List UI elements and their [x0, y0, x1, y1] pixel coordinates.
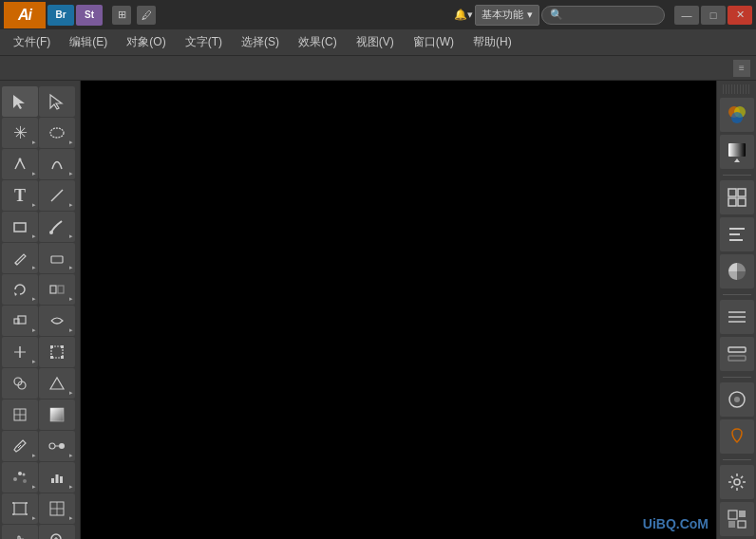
svg-point-3	[19, 158, 22, 161]
gradient-tool-button[interactable]	[39, 400, 75, 430]
canvas-area[interactable]: UiBQ.CoM	[81, 81, 716, 539]
menu-window[interactable]: 窗口(W)	[404, 30, 463, 54]
svg-rect-18	[61, 345, 64, 348]
cc-libraries-icon[interactable]	[720, 419, 754, 454]
artboard-slice-row: ▸ ▸	[2, 493, 78, 524]
blend-tool-button[interactable]: ▸	[39, 431, 75, 461]
more-panel-icon[interactable]	[720, 502, 754, 536]
perspective-tool-button[interactable]: ▸	[39, 368, 75, 399]
mesh-tool-button[interactable]	[2, 400, 38, 430]
watermark: UiBQ.CoM	[643, 516, 709, 531]
title-bar: Ai Br St ⊞ 🖊 🔔▾ 基本功能 ▾ 🔍 — □ ✕	[0, 0, 756, 29]
direct-selection-tool-button[interactable]	[39, 86, 75, 117]
selection-tools-row	[2, 86, 78, 117]
svg-rect-56	[728, 189, 736, 196]
left-toolbar: ✳ ▸ ▸ ▸ ▸ T ▸	[0, 81, 81, 539]
width-transform-row: ▸	[2, 337, 78, 367]
workspace-dropdown[interactable]: 基本功能 ▾	[475, 5, 539, 26]
eraser-tool-button[interactable]: ▸	[39, 243, 75, 273]
scale-warp-row: ▸ ▸	[2, 306, 78, 336]
svg-point-2	[50, 128, 64, 138]
transform-panel-icon[interactable]	[720, 300, 754, 334]
menu-type[interactable]: 文字(T)	[176, 30, 232, 54]
svg-point-29	[49, 443, 55, 449]
arrange-icon[interactable]: 🖊	[137, 6, 156, 25]
restore-button[interactable]: □	[701, 6, 726, 25]
graph-tool-button[interactable]: ▸	[39, 462, 75, 493]
menu-view[interactable]: 视图(V)	[347, 30, 404, 54]
type-tool-button[interactable]: T ▸	[2, 180, 38, 211]
title-tools: ⊞ 🖊	[112, 6, 156, 25]
svg-rect-36	[51, 478, 54, 483]
magic-wand-tool-button[interactable]: ✳ ▸	[2, 118, 38, 148]
search-box[interactable]: 🔍	[541, 6, 665, 25]
svg-rect-54	[728, 143, 746, 157]
pathfinder-panel-icon[interactable]	[720, 254, 754, 288]
width-tool-button[interactable]: ▸	[2, 337, 38, 367]
close-button[interactable]: ✕	[728, 6, 752, 25]
eyedropper-tool-button[interactable]: ▸	[2, 431, 38, 461]
minimize-button[interactable]: —	[674, 6, 699, 25]
color-panel-icon[interactable]	[720, 98, 754, 132]
eyedropper-blend-row: ▸ ▸	[2, 431, 78, 461]
pencil-tool-button[interactable]: ▸	[2, 243, 38, 273]
rotate-tool-button[interactable]: ▸	[2, 274, 38, 305]
symbol-sprayer-button[interactable]: ▸	[2, 462, 38, 493]
svg-marker-1	[50, 95, 62, 109]
svg-point-33	[13, 477, 17, 481]
menu-file[interactable]: 文件(F)	[4, 30, 60, 54]
free-transform-tool-button[interactable]	[39, 337, 75, 367]
svg-line-28	[18, 445, 21, 448]
svg-rect-8	[51, 256, 63, 263]
zoom-tool-button[interactable]	[39, 525, 75, 539]
bridge-badge[interactable]: Br	[47, 5, 74, 26]
shape-builder-tool-button[interactable]	[2, 368, 38, 399]
svg-rect-73	[728, 521, 735, 528]
stock-badge[interactable]: St	[76, 5, 103, 26]
layers-panel-icon[interactable]	[720, 337, 754, 371]
svg-rect-67	[728, 356, 746, 361]
svg-rect-27	[50, 408, 64, 421]
artboards-panel-icon[interactable]	[720, 382, 754, 417]
hand-tool-button[interactable]	[2, 525, 38, 539]
main-layout: ✳ ▸ ▸ ▸ ▸ T ▸	[0, 81, 756, 539]
svg-rect-19	[50, 356, 53, 359]
menu-edit[interactable]: 编辑(E)	[60, 30, 117, 54]
selection-tool-button[interactable]	[2, 86, 38, 117]
svg-rect-57	[738, 189, 746, 196]
menu-effect[interactable]: 效果(C)	[289, 30, 347, 54]
notification-icon[interactable]: 🔔▾	[454, 6, 473, 25]
rect-tool-button[interactable]: ▸	[2, 212, 38, 242]
align-panel-icon[interactable]	[720, 217, 754, 251]
slice-tool-button[interactable]: ▸	[39, 493, 75, 524]
svg-point-35	[23, 474, 26, 476]
panel-divider-4	[723, 459, 751, 460]
pen-tool-button[interactable]: ▸	[2, 149, 38, 179]
svg-rect-10	[50, 286, 56, 293]
paintbrush-tool-button[interactable]: ▸	[39, 212, 75, 242]
artboard-tool-button[interactable]: ▸	[2, 493, 38, 524]
appearance-panel-icon[interactable]	[720, 180, 754, 214]
chevron-down-icon: ▾	[527, 9, 533, 21]
svg-line-4	[51, 190, 63, 201]
menu-object[interactable]: 对象(O)	[117, 30, 175, 54]
svg-point-6	[49, 231, 53, 234]
svg-rect-11	[58, 286, 64, 293]
menu-help[interactable]: 帮助(H)	[463, 30, 521, 54]
svg-point-32	[18, 472, 22, 475]
scale-tool-button[interactable]: ▸	[2, 306, 38, 336]
svg-rect-38	[60, 476, 63, 483]
gradient-panel-icon[interactable]	[720, 135, 754, 169]
menu-select[interactable]: 选择(S)	[232, 30, 289, 54]
svg-rect-37	[56, 474, 59, 483]
reflect-tool-button[interactable]: ▸	[39, 274, 75, 305]
workspace-label: 基本功能	[482, 8, 523, 22]
lasso-tool-button[interactable]: ▸	[39, 118, 75, 148]
layout-icon[interactable]: ⊞	[112, 6, 131, 25]
panel-toggle-left[interactable]: ≡	[733, 60, 750, 77]
warp-tool-button[interactable]: ▸	[39, 306, 75, 336]
anchor-tool-button[interactable]: ▸	[39, 149, 75, 179]
line-tool-button[interactable]: ▸	[39, 180, 75, 211]
settings-panel-icon[interactable]	[720, 465, 754, 499]
svg-rect-74	[738, 521, 746, 528]
